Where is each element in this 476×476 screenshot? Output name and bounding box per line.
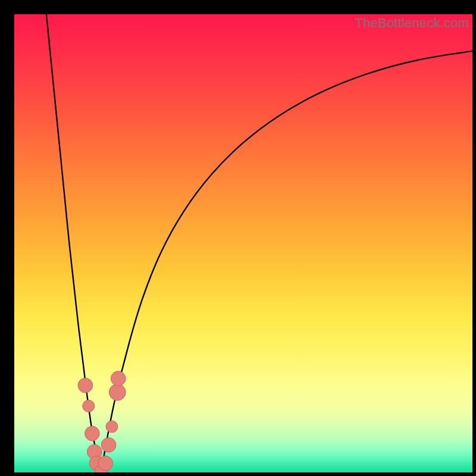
curve-right-branch: [101, 51, 472, 472]
data-marker: [101, 437, 116, 452]
data-marker: [106, 421, 118, 433]
watermark-text: TheBottleneck.com: [355, 15, 469, 31]
data-markers: [78, 371, 126, 472]
data-marker: [109, 384, 126, 400]
data-marker: [78, 378, 93, 393]
data-marker: [85, 426, 100, 441]
outer-frame: TheBottleneck.com: [0, 0, 476, 476]
curve-layer: [14, 14, 472, 472]
plot-area: TheBottleneck.com: [14, 14, 472, 472]
data-marker: [111, 371, 126, 386]
data-marker: [98, 456, 113, 471]
data-marker: [83, 400, 95, 412]
